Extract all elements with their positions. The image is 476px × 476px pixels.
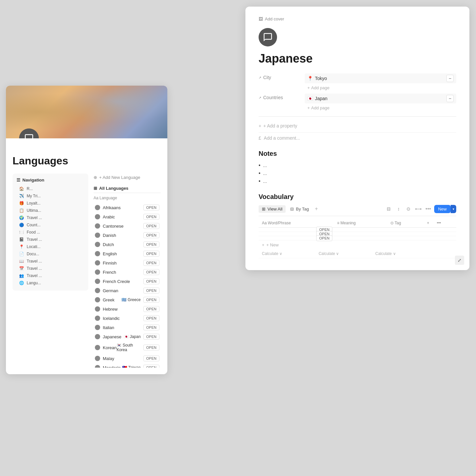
- list-item[interactable]: French Creole OPEN: [94, 277, 161, 286]
- lang-right: 🇹🇼 Taiwan OPEN: [122, 365, 159, 368]
- tab-view-all[interactable]: ⊞ View All: [259, 205, 286, 213]
- list-item[interactable]: Mandarin 🇹🇼 Taiwan OPEN: [94, 363, 161, 368]
- tag-cell[interactable]: [387, 236, 424, 240]
- country-badge: 🇬🇷 Greece: [122, 297, 141, 302]
- lang-bubble-icon: [95, 297, 100, 302]
- bullet-item: •...: [259, 161, 456, 169]
- list-item[interactable]: English OPEN: [94, 249, 161, 258]
- meaning-cell[interactable]: [334, 232, 387, 236]
- word-cell[interactable]: OPEN: [259, 236, 334, 240]
- lang-name: Italian: [103, 325, 114, 330]
- add-language-button[interactable]: ⊕ + Add New Language: [94, 174, 161, 181]
- list-item[interactable]: Korean 🇰🇷 South Korea OPEN: [94, 341, 161, 354]
- tag-cell[interactable]: [387, 232, 424, 236]
- add-tab-button[interactable]: +: [314, 205, 319, 213]
- filter-button[interactable]: ⊟: [385, 205, 393, 213]
- list-item[interactable]: German OPEN: [94, 286, 161, 295]
- list-item[interactable]: Danish OPEN: [94, 231, 161, 240]
- sidebar-item[interactable]: 📄Docu...: [16, 250, 84, 258]
- col-word-phrase: Aa Word/Phrase: [259, 219, 334, 228]
- sidebar-item[interactable]: 🌍Travel ...: [16, 214, 84, 221]
- detail-title: Japanese: [259, 52, 456, 66]
- list-item[interactable]: Japanese 🇯🇵 Japan OPEN: [94, 332, 161, 341]
- vocab-table: Aa Word/Phrase ≡ Meaning ⊙ Tag + •••: [259, 219, 456, 240]
- comment-area[interactable]: £ Add a comment...: [259, 132, 456, 143]
- sidebar-item[interactable]: 📖Travel ...: [16, 258, 84, 265]
- add-cover-button[interactable]: 🖼 Add cover: [259, 16, 456, 21]
- open-button[interactable]: OPEN: [143, 306, 159, 312]
- resize-button[interactable]: ⟷: [414, 205, 422, 213]
- countries-add-page-button[interactable]: + Add page: [305, 105, 456, 111]
- list-item[interactable]: Italian OPEN: [94, 323, 161, 332]
- search-button[interactable]: ⊙: [405, 205, 412, 213]
- open-button[interactable]: OPEN: [143, 334, 159, 340]
- open-button[interactable]: OPEN: [143, 232, 159, 238]
- sidebar-item[interactable]: 👥Travel ...: [16, 272, 84, 279]
- open-button[interactable]: OPEN: [143, 214, 159, 220]
- sidebar-item[interactable]: 🍽️Food ...: [16, 229, 84, 236]
- sort-button[interactable]: ↕: [395, 205, 403, 213]
- sidebar-item[interactable]: 🌐Langu...: [16, 279, 84, 287]
- add-new-row-button[interactable]: + + New: [259, 240, 456, 249]
- open-button[interactable]: OPEN: [143, 297, 159, 303]
- sidebar-item[interactable]: 📓Travel ...: [16, 236, 84, 243]
- open-button[interactable]: OPEN: [143, 315, 159, 321]
- tab-by-tag[interactable]: ⊟ By Tag: [287, 205, 312, 213]
- lang-right: OPEN: [143, 251, 159, 257]
- new-button[interactable]: New: [434, 205, 451, 213]
- sidebar-item[interactable]: 📅Travel ...: [16, 265, 84, 272]
- open-button[interactable]: OPEN: [143, 355, 159, 361]
- open-button[interactable]: OPEN: [143, 345, 159, 350]
- open-button[interactable]: OPEN: [143, 223, 159, 229]
- list-item[interactable]: Hebrew OPEN: [94, 304, 161, 314]
- list-item[interactable]: Arabic OPEN: [94, 212, 161, 221]
- sidebar-item[interactable]: 📋Ultima...: [16, 207, 84, 214]
- open-button[interactable]: OPEN: [143, 241, 159, 247]
- nav-item-icon: 📍: [19, 244, 24, 249]
- city-remove-button[interactable]: −: [446, 75, 454, 82]
- sidebar-item[interactable]: 🏠R...: [16, 185, 84, 192]
- lang-right: OPEN: [143, 315, 159, 321]
- list-item[interactable]: Greek 🇬🇷 Greece OPEN: [94, 295, 161, 304]
- calc-3[interactable]: Calculate ∨: [372, 249, 429, 258]
- list-item[interactable]: Dutch OPEN: [94, 240, 161, 249]
- open-button[interactable]: OPEN: [143, 288, 159, 294]
- open-row-button[interactable]: OPEN: [316, 235, 332, 241]
- countries-remove-button[interactable]: −: [446, 95, 454, 102]
- col-plus[interactable]: +: [424, 219, 434, 228]
- open-button[interactable]: OPEN: [143, 365, 159, 368]
- city-add-page-button[interactable]: + Add page: [305, 85, 456, 91]
- col-dots[interactable]: •••: [434, 219, 456, 228]
- calc-2[interactable]: Calculate ∨: [315, 249, 372, 258]
- calc-1[interactable]: Calculate ∨: [259, 249, 315, 258]
- list-item[interactable]: Afrikaans OPEN: [94, 203, 161, 212]
- add-property-button[interactable]: + + Add a property: [259, 122, 456, 130]
- open-button[interactable]: OPEN: [143, 269, 159, 275]
- open-button[interactable]: OPEN: [143, 205, 159, 210]
- list-item[interactable]: Icelandic OPEN: [94, 314, 161, 323]
- lang-right: OPEN: [143, 223, 159, 229]
- open-button[interactable]: OPEN: [143, 251, 159, 257]
- more-button[interactable]: •••: [424, 205, 432, 213]
- open-button[interactable]: OPEN: [143, 260, 159, 266]
- sidebar-item[interactable]: ✈️My Tri...: [16, 192, 84, 200]
- calc-5: [442, 249, 456, 258]
- lang-right: OPEN: [143, 288, 159, 294]
- expand-button[interactable]: ⤢: [455, 256, 464, 265]
- meaning-cell[interactable]: [334, 236, 387, 240]
- list-item[interactable]: French OPEN: [94, 267, 161, 277]
- tag-cell[interactable]: [387, 228, 424, 232]
- list-item[interactable]: Cantonese OPEN: [94, 221, 161, 231]
- city-value-item: 📍 Tokyo −: [305, 73, 456, 83]
- sidebar-item[interactable]: 📍Locati...: [16, 243, 84, 250]
- sidebar-item[interactable]: 🎁Loyalt...: [16, 200, 84, 207]
- open-button[interactable]: OPEN: [143, 278, 159, 284]
- new-button-caret[interactable]: ▾: [451, 205, 456, 213]
- divider-1: [259, 116, 456, 117]
- open-button[interactable]: OPEN: [143, 324, 159, 330]
- list-item[interactable]: Malay OPEN: [94, 354, 161, 363]
- lang-right: OPEN: [143, 260, 159, 266]
- meaning-cell[interactable]: [334, 228, 387, 232]
- list-item[interactable]: Finnish OPEN: [94, 258, 161, 267]
- sidebar-item[interactable]: 🔵Count...: [16, 221, 84, 229]
